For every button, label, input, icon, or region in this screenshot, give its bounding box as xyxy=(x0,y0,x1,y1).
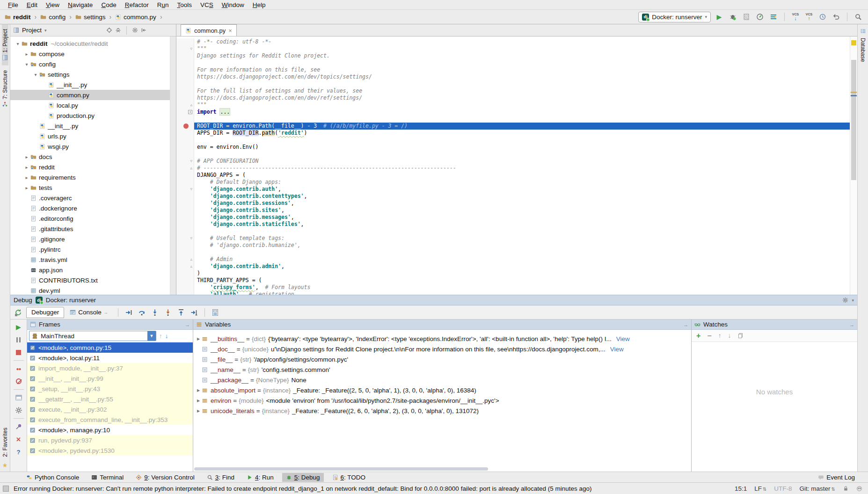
frame-row[interactable]: <module>, manage.py:10 xyxy=(27,425,193,435)
code-line[interactable]: 'django.contrib.messages', xyxy=(176,214,850,221)
encoding-indicator[interactable]: UTF-8 xyxy=(774,485,792,492)
editor-gutter[interactable] xyxy=(176,38,194,45)
hide-panel-button[interactable] xyxy=(141,27,147,33)
code-line[interactable] xyxy=(176,137,850,144)
frame-row[interactable]: __getattr__, __init__.py:55 xyxy=(27,394,193,404)
editor-gutter[interactable]: ▵ xyxy=(176,102,194,109)
code-line[interactable] xyxy=(176,228,850,235)
frame-row[interactable]: _setup, __init__.py:43 xyxy=(27,384,193,394)
toolwindow-button-5-debug[interactable]: 5: Debug xyxy=(282,473,324,482)
code-line[interactable]: # 'django.contrib.humanize', xyxy=(176,242,850,249)
editor-gutter[interactable] xyxy=(176,66,194,73)
inspections-profile-icon[interactable] xyxy=(856,486,862,492)
tree-row[interactable]: wsgi.py xyxy=(10,141,170,152)
tree-row[interactable]: ▾reddit~/cookiecutter/reddit xyxy=(10,38,170,49)
tree-row[interactable]: local.py xyxy=(10,100,170,110)
tool-window-switcher-icon[interactable] xyxy=(3,486,9,492)
editor-gutter[interactable] xyxy=(176,130,194,137)
caret-position[interactable]: 15:1 xyxy=(735,485,747,492)
code-line[interactable]: 'crispy_forms', # Form layouts xyxy=(176,284,850,291)
editor-gutter[interactable] xyxy=(176,214,194,221)
breadcrumb-item-reddit[interactable]: reddit xyxy=(5,14,31,21)
previous-frame-button[interactable]: ↑ xyxy=(159,333,162,340)
tree-row[interactable]: .pylintrc xyxy=(10,244,170,254)
move-watch-down-button[interactable]: ↓ xyxy=(728,332,731,339)
tree-row[interactable]: urls.py xyxy=(10,131,170,141)
frame-row[interactable]: execute, __init__.py:302 xyxy=(27,404,193,414)
code-line[interactable]: ▵ 'django.contrib.admin', xyxy=(176,263,850,270)
fold-marker-icon[interactable]: ▿ xyxy=(190,235,192,242)
tree-row[interactable]: .coveragerc xyxy=(10,193,170,203)
editor-gutter[interactable] xyxy=(176,284,194,291)
step-over-button[interactable] xyxy=(137,307,147,318)
editor-gutter[interactable]: ▵ xyxy=(176,165,194,172)
editor-gutter[interactable] xyxy=(176,179,194,186)
code-line[interactable]: ▿ # Useful template tags: xyxy=(176,235,850,242)
tree-row[interactable]: ▸reddit xyxy=(10,162,170,172)
tree-chevron-icon[interactable]: ▸ xyxy=(23,165,30,170)
force-step-into-button[interactable] xyxy=(163,307,173,318)
toolwindow-button-6-todo[interactable]: 6: TODO xyxy=(328,473,370,482)
code-line[interactable]: ▵# -------------------------------------… xyxy=(176,165,850,172)
expand-arrow-icon[interactable]: ▶ xyxy=(195,388,202,392)
tree-chevron-icon[interactable]: ▸ xyxy=(23,185,30,190)
expand-arrow-icon[interactable]: ▶ xyxy=(195,337,202,341)
menu-item-help[interactable]: Help xyxy=(248,1,270,8)
editor-gutter[interactable] xyxy=(176,123,194,130)
editor-gutter[interactable]: ▵ xyxy=(176,263,194,270)
help-button[interactable]: ? xyxy=(14,447,24,457)
code-line[interactable]: ▿ 'django.contrib.auth', xyxy=(176,186,850,193)
debug-settings-button[interactable] xyxy=(842,297,848,303)
stripe-item-database[interactable]: Database xyxy=(860,24,866,65)
editor-gutter[interactable] xyxy=(176,221,194,228)
editor-scrollbar[interactable] xyxy=(850,36,857,295)
variable-row[interactable]: ▶environ={module}<module 'environ' from … xyxy=(193,395,691,406)
frame-row[interactable]: <module>, pydevd.py:1530 xyxy=(27,445,193,456)
editor-gutter[interactable] xyxy=(176,277,194,284)
menu-item-vcs[interactable]: VCS xyxy=(196,1,218,8)
toolwindow-button-9-version-control[interactable]: 9: Version Control xyxy=(132,473,198,482)
chevron-down-icon[interactable]: ▾ xyxy=(44,28,47,33)
collapse-all-button[interactable] xyxy=(115,27,121,33)
running-configs-button[interactable] xyxy=(768,12,779,22)
code-line[interactable]: ▿# APP CONFIGURATION xyxy=(176,158,850,165)
tree-chevron-icon[interactable]: ▸ xyxy=(23,175,30,180)
editor-gutter[interactable] xyxy=(176,249,194,256)
frame-row[interactable]: execute_from_command_line, __init__.py:3… xyxy=(27,414,193,425)
editor-gutter[interactable] xyxy=(176,52,194,59)
resume-button[interactable]: ▶ xyxy=(14,322,24,332)
code-line[interactable]: 'django.contrib.sessions', xyxy=(176,200,850,207)
frame-row[interactable]: import_module, __init__.py:37 xyxy=(27,363,193,373)
editor-gutter[interactable] xyxy=(176,144,194,151)
code-line[interactable] xyxy=(176,116,850,123)
breadcrumb-item-settings[interactable]: settings xyxy=(75,14,106,21)
menu-item-edit[interactable]: Edit xyxy=(22,1,42,8)
duplicate-watch-button[interactable] xyxy=(737,333,744,339)
code-line[interactable]: # -*- coding: utf-8 -*- xyxy=(176,38,850,45)
fold-marker-icon[interactable]: ▵ xyxy=(190,102,192,109)
menu-item-tools[interactable]: Tools xyxy=(173,1,196,8)
tree-row[interactable]: ▾settings xyxy=(10,69,170,80)
frame-row[interactable]: run, pydevd.py:937 xyxy=(27,435,193,445)
git-branch-indicator[interactable]: Git: master⇅ xyxy=(800,485,835,492)
profiler-button[interactable] xyxy=(755,12,765,22)
expand-arrow-icon[interactable]: ▶ xyxy=(195,399,202,403)
breadcrumb-item-commonpy[interactable]: common.py xyxy=(115,14,156,21)
editor-gutter[interactable]: ▵ xyxy=(176,256,194,263)
code-line[interactable]: ) xyxy=(176,270,850,277)
remove-watch-button[interactable]: − xyxy=(707,332,711,340)
coverage-button[interactable] xyxy=(741,12,751,22)
toolwindow-button-3-find[interactable]: 3: Find xyxy=(203,473,238,482)
tree-row[interactable]: .dockerignore xyxy=(10,203,170,213)
fold-marker-icon[interactable]: ▵ xyxy=(190,263,192,270)
editor-gutter[interactable]: ▿ xyxy=(176,186,194,193)
code-line[interactable]: 'django.contrib.sites', xyxy=(176,207,850,214)
stripe-item-2-favorites[interactable]: 2: Favorites xyxy=(2,423,8,462)
editor-gutter[interactable] xyxy=(176,87,194,94)
code-line[interactable] xyxy=(176,151,850,158)
toolwindow-button-4-run[interactable]: 4: Run xyxy=(243,473,277,482)
variable-row[interactable]: __package__={NoneType}None xyxy=(193,375,691,385)
undo-button[interactable] xyxy=(831,12,841,22)
debugger-tab-debugger[interactable]: Debugger xyxy=(26,307,64,318)
tree-row[interactable]: .travis.yml xyxy=(10,254,170,265)
